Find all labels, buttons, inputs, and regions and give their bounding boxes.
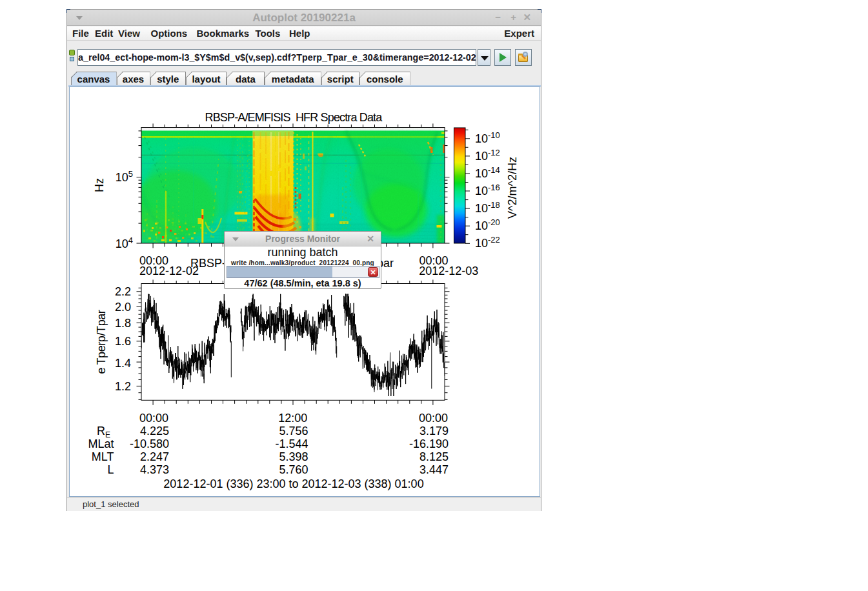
svg-text:RBSP-A/EMFISIS HFR Spectra Da: RBSP-A/EMFISIS HFR Spectra Data [205, 111, 383, 124]
svg-text:Hz: Hz [93, 178, 106, 192]
svg-text:10-18: 10-18 [475, 200, 500, 215]
svg-text:2012-12-01 (336) 23:00 to 2012: 2012-12-01 (336) 23:00 to 2012-12-03 (33… [163, 477, 423, 490]
svg-text:10-20: 10-20 [475, 217, 500, 232]
svg-text:MLat: MLat [88, 437, 114, 450]
svg-text:-16.190: -16.190 [409, 437, 449, 450]
svg-text:1.6: 1.6 [115, 335, 131, 348]
svg-text:00:00: 00:00 [419, 412, 448, 425]
svg-text:10-16: 10-16 [475, 183, 500, 197]
svg-text:4.225: 4.225 [140, 425, 169, 437]
svg-text:2.2: 2.2 [115, 285, 131, 298]
svg-text:2.0: 2.0 [115, 301, 131, 314]
svg-text:105: 105 [116, 169, 133, 184]
svg-text:MLT: MLT [92, 450, 114, 463]
svg-text:e Tperp/Tpar: e Tperp/Tpar [95, 310, 108, 374]
svg-text:12:00: 12:00 [278, 412, 307, 425]
svg-text:5.760: 5.760 [279, 463, 308, 476]
svg-text:10-10: 10-10 [475, 130, 500, 145]
svg-text:10-12: 10-12 [475, 148, 500, 163]
svg-text:1.2: 1.2 [115, 380, 131, 393]
svg-text:V^2/m^2/Hz: V^2/m^2/Hz [506, 157, 519, 219]
svg-text:104: 104 [116, 235, 133, 250]
svg-text:10-22: 10-22 [475, 235, 500, 250]
svg-text:00:00: 00:00 [139, 412, 168, 425]
svg-text:2.247: 2.247 [140, 450, 169, 463]
svg-text:3.179: 3.179 [419, 425, 449, 437]
svg-text:-10.580: -10.580 [130, 437, 169, 450]
svg-text:1.4: 1.4 [115, 357, 131, 370]
svg-text:L: L [107, 463, 114, 476]
svg-text:-1.544: -1.544 [275, 437, 308, 450]
svg-text:1.8: 1.8 [115, 317, 131, 330]
svg-text:5.756: 5.756 [279, 425, 308, 437]
svg-text:4.373: 4.373 [140, 463, 169, 476]
svg-text:3.447: 3.447 [419, 463, 449, 476]
svg-text:2012-12-03: 2012-12-03 [419, 265, 478, 277]
svg-text:5.398: 5.398 [279, 450, 308, 463]
svg-text:10-14: 10-14 [475, 165, 500, 180]
svg-text:8.125: 8.125 [419, 450, 449, 463]
